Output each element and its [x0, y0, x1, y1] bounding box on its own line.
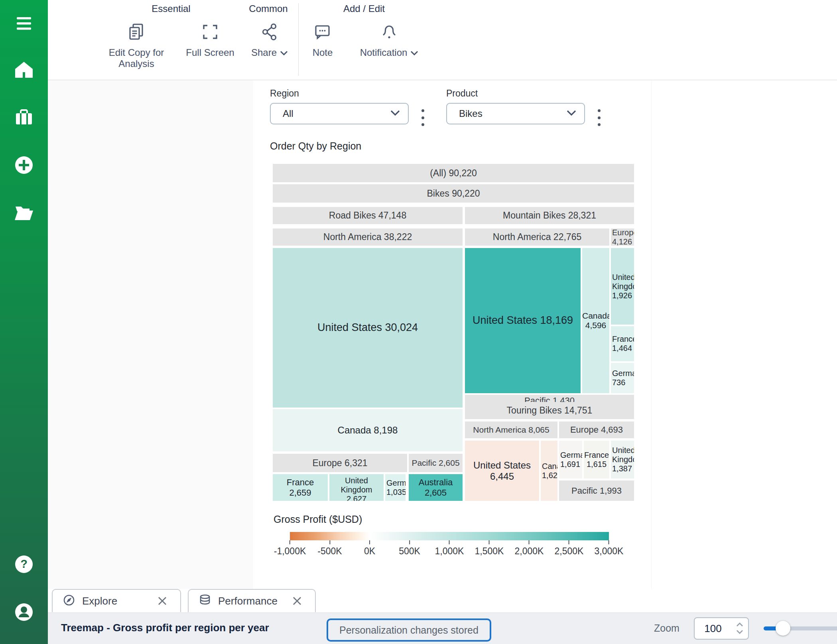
personalization-badge-label: Personalization changes stored	[339, 624, 479, 636]
copy-icon	[127, 21, 146, 43]
personalization-badge: Personalization changes stored	[327, 618, 491, 642]
treemap-cell-germany-road[interactable]: Germany1,035	[385, 474, 406, 501]
plus-circle-icon	[14, 155, 34, 177]
product-filter: Product Bikes	[446, 88, 585, 124]
svg-text:?: ?	[20, 557, 28, 570]
treemap-cell-us-mountain[interactable]: United States 18,169	[465, 248, 581, 393]
zoom-increase-icon[interactable]	[736, 622, 743, 627]
tab-explore[interactable]: Explore	[52, 589, 181, 612]
files-button[interactable]	[0, 194, 48, 232]
treemap-header-na-mountain[interactable]: North America 22,765	[465, 228, 609, 246]
legend-tick: 1,500K	[475, 540, 504, 557]
user-icon	[14, 602, 34, 624]
home-button[interactable]	[0, 51, 48, 89]
legend-tick: 0K	[364, 540, 375, 557]
treemap-cell-germany-mountain[interactable]: Germany736	[611, 363, 634, 393]
treemap-cell-uk-touring[interactable]: United Kingdom1,387	[611, 441, 634, 479]
toolbar-section-common: Common	[228, 3, 308, 14]
legend-tick: 500K	[399, 540, 420, 557]
sheet-edge	[651, 80, 652, 589]
toolbar: Essential Common Add / Edit Edit Copy fo…	[48, 0, 837, 80]
tab-strip: Explore Performance	[48, 589, 837, 612]
share-label: Share	[251, 47, 277, 58]
treemap-header-europe-touring[interactable]: Europe 4,693	[559, 421, 634, 438]
chevron-down-icon	[390, 110, 400, 118]
chevron-down-icon	[410, 47, 418, 58]
treemap-header-bikes[interactable]: Bikes 90,220	[273, 184, 634, 203]
status-bar: Treemap - Gross profit per region per ye…	[48, 612, 837, 644]
zoom-label: Zoom	[654, 622, 679, 634]
zoom-slider[interactable]	[764, 626, 837, 630]
help-button[interactable]: ?	[0, 546, 48, 584]
treemap-cell-us-touring[interactable]: United States6,445	[465, 441, 539, 501]
tab-explore-label: Explore	[82, 595, 147, 607]
treemap-header-all[interactable]: (All) 90,220	[273, 164, 634, 182]
treemap-header-pacific-road[interactable]: Pacific 2,605	[409, 454, 463, 472]
treemap-cell-australia-road[interactable]: Australia2,605	[409, 474, 463, 501]
add-button[interactable]	[0, 146, 48, 185]
canvas-gutter	[48, 80, 253, 589]
product-dropdown[interactable]: Bikes	[446, 103, 585, 124]
note-button[interactable]: Note	[305, 21, 341, 58]
treemap-cell-us-road[interactable]: United States 30,024	[273, 248, 463, 408]
edit-copy-button[interactable]: Edit Copy for Analysis	[96, 21, 177, 69]
notification-button[interactable]: Notification	[352, 21, 426, 58]
zoom-stepper[interactable]: 100	[694, 617, 749, 640]
account-button[interactable]	[0, 593, 48, 632]
treemap-header-europe-road[interactable]: Europe 6,321	[273, 454, 407, 472]
product-filter-menu-button[interactable]	[591, 108, 607, 128]
tab-explore-close-icon[interactable]	[155, 595, 170, 607]
treemap-header-touring-bikes[interactable]: Touring Bikes 14,751	[465, 402, 634, 419]
treemap-header-na-road[interactable]: North America 38,222	[273, 228, 463, 246]
tab-performance-label: Performance	[218, 595, 282, 607]
folder-open-icon	[13, 203, 35, 223]
legend-tick: 1,000K	[435, 540, 464, 557]
region-dropdown-value: All	[283, 108, 293, 119]
share-button[interactable]: Share	[244, 21, 295, 58]
tab-performance[interactable]: Performance	[188, 589, 316, 612]
sidebar: ?	[0, 0, 48, 644]
treemap-cell-canada-touring[interactable]: Canada1,620	[541, 441, 557, 501]
briefcase-icon	[14, 108, 34, 128]
story-title: Treemap - Gross profit per region per ye…	[61, 622, 269, 634]
menu-button[interactable]	[0, 5, 48, 43]
product-filter-label: Product	[446, 88, 585, 99]
treemap: (All) 90,220Bikes 90,220Road Bikes 47,14…	[273, 164, 634, 501]
fullscreen-icon	[201, 21, 219, 43]
chevron-down-icon	[567, 110, 576, 118]
bell-icon	[380, 21, 399, 43]
treemap-cell-france-road[interactable]: France2,659	[273, 474, 328, 501]
treemap-cell-uk-road[interactable]: United Kingdom2,627	[329, 474, 384, 501]
treemap-cell-uk-mountain[interactable]: United Kingdom1,926	[611, 248, 634, 325]
treemap-cell-canada-mountain[interactable]: Canada4,596	[582, 248, 609, 393]
region-filter-label: Region	[270, 88, 409, 99]
treemap-cell-germany-touring[interactable]: Germany1,691	[559, 441, 582, 479]
legend-tick: 2,500K	[555, 540, 584, 557]
treemap-header-europe-mountain[interactable]: Europe4,126	[611, 228, 634, 246]
compass-icon	[63, 594, 75, 608]
toolbar-section-add-edit: Add / Edit	[324, 3, 404, 14]
region-filter-menu-button[interactable]	[415, 108, 431, 128]
app-window: ? Essential Common Add / Edit Edit Copy …	[0, 0, 837, 644]
legend-tick: -1,000K	[274, 540, 306, 557]
treemap-header-road-bikes[interactable]: Road Bikes 47,148	[273, 207, 463, 224]
edit-copy-label: Edit Copy for Analysis	[104, 47, 168, 69]
zoom-decrease-icon[interactable]	[736, 630, 743, 634]
region-dropdown[interactable]: All	[270, 103, 409, 124]
notification-label: Notification	[360, 47, 408, 58]
full-screen-button[interactable]: Full Screen	[175, 21, 245, 58]
zoom-slider-knob[interactable]	[776, 621, 790, 636]
home-icon	[14, 60, 34, 81]
treemap-header-pacific-touring[interactable]: Pacific 1,993	[559, 481, 634, 501]
treemap-header-na-touring[interactable]: North America 8,065	[465, 421, 557, 438]
treemap-cell-france-mountain[interactable]: France1,464	[611, 326, 634, 361]
hamburger-icon	[14, 16, 33, 33]
treemap-cell-canada-road[interactable]: Canada 8,198	[273, 409, 463, 451]
briefcase-button[interactable]	[0, 98, 48, 137]
treemap-header-mountain-bikes[interactable]: Mountain Bikes 28,321	[465, 207, 634, 224]
legend-tick: 2,000K	[515, 540, 544, 557]
treemap-cell-france-touring[interactable]: France1,615	[584, 441, 609, 479]
toolbar-divider	[298, 3, 299, 76]
database-icon	[199, 594, 211, 608]
tab-performance-close-icon[interactable]	[290, 595, 305, 607]
